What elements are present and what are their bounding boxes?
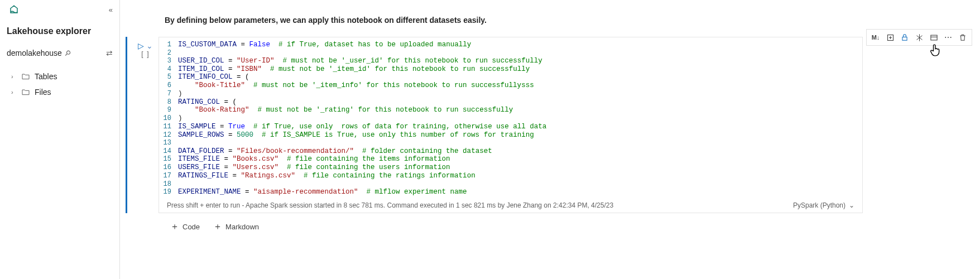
add-cell-row: ＋Code ＋Markdown [170,221,980,233]
tree-item-label: Tables [35,72,57,81]
run-dropdown-button[interactable]: ⌄ [146,41,153,50]
code-line[interactable]: 12SAMPLE_ROWS = 5000 # if IS_SAMPLE is T… [159,131,862,140]
lakehouse-selector[interactable]: demolakehouse ⚲ ⇄ [0,46,119,60]
code-line[interactable]: 6 "Book-Title" # must not be '_item_info… [159,81,862,90]
code-content[interactable]: "Book-Rating" # must not be '_rating' fo… [178,106,513,114]
code-line[interactable]: 5ITEM_INFO_COL = ( [159,73,862,81]
code-line[interactable]: 13 [159,139,862,147]
code-cell-wrap: ▷ ⌄ [ ] 1IS_CUSTOM_DATA = False # if Tru… [126,37,980,213]
line-number: 12 [159,131,178,140]
code-content[interactable]: ) [178,90,182,98]
chevron-down-icon: ⌄ [849,201,854,209]
line-number: 10 [159,114,178,123]
code-content[interactable]: DATA_FOLDER = "Files/book-recommendation… [178,147,492,156]
code-content[interactable]: EXPERIMENT_NAME = "aisample-recommendati… [178,188,467,196]
code-content[interactable]: ) [178,114,182,123]
line-number: 18 [159,180,178,188]
line-number: 7 [159,90,178,98]
cell-status-text: Press shift + enter to run - Apache Spar… [159,196,862,213]
code-line[interactable]: 14DATA_FOLDER = "Files/book-recommendati… [159,147,862,156]
code-content[interactable]: IS_SAMPLE = True # if True, use only row… [178,123,546,131]
convert-markdown-button[interactable]: M↓ [870,32,881,43]
line-number: 15 [159,155,178,163]
code-line[interactable]: 10) [159,114,862,123]
code-content[interactable]: IS_CUSTOM_DATA = False # if True, datase… [178,41,471,49]
code-line[interactable]: 15ITEMS_FILE = "Books.csv" # file contai… [159,155,862,163]
plus-icon: ＋ [213,221,222,233]
chevron-right-icon: › [11,73,17,80]
line-number: 1 [159,41,178,49]
execution-count: [ ] [141,50,148,58]
lakehouse-name-label: demolakehouse [7,49,62,57]
kernel-selector[interactable]: PySpark (Python) ⌄ [793,201,854,209]
folder-icon [21,88,30,97]
cell-toolbar: M↓ ⋯ [866,29,972,46]
code-content[interactable]: RATING_COL = ( [178,98,237,107]
code-line[interactable]: 7) [159,90,862,98]
code-content[interactable]: USERS_FILE = "Users.csv" # file containi… [178,163,450,172]
code-line[interactable]: 9 "Book-Rating" # must not be '_rating' … [159,106,862,114]
code-content[interactable]: ITEMS_FILE = "Books.csv" # file containi… [178,155,450,163]
notebook-main: By defining below parameters, we can app… [120,0,980,279]
line-number: 4 [159,65,178,74]
code-content[interactable]: SAMPLE_ROWS = 5000 # if IS_SAMPLE is Tru… [178,131,534,140]
delete-cell-button[interactable] [957,32,968,43]
svg-rect-2 [930,35,936,40]
svg-rect-1 [902,37,907,40]
code-line[interactable]: 11IS_SAMPLE = True # if True, use only r… [159,123,862,131]
line-number: 9 [159,106,178,114]
code-line[interactable]: 3USER_ID_COL = "User-ID" # must not be '… [159,57,862,65]
code-content[interactable]: RATINGS_FILE = "Ratings.csv" # file cont… [178,172,475,180]
tree-item-tables[interactable]: › Tables [0,69,119,84]
insert-snippet-button[interactable] [885,32,896,43]
add-code-cell-button[interactable]: ＋Code [170,221,200,233]
more-actions-button[interactable]: ⋯ [943,32,954,43]
hide-output-button[interactable] [928,32,939,43]
code-line[interactable]: 8RATING_COL = ( [159,98,862,107]
tree: › Tables › Files [0,69,119,100]
code-content[interactable]: "Book-Title" # must not be '_item_info' … [178,81,534,90]
code-content[interactable]: USER_ID_COL = "User-ID" # must not be '_… [178,57,542,65]
plus-icon: ＋ [170,221,179,233]
code-content[interactable]: ITEM_INFO_COL = ( [178,73,249,81]
code-line[interactable]: 2 [159,49,862,57]
code-line[interactable]: 16USERS_FILE = "Users.csv" # file contai… [159,163,862,172]
add-markdown-cell-button[interactable]: ＋Markdown [213,221,259,233]
cell-selection-bar [126,37,127,213]
code-line[interactable]: 18 [159,180,862,188]
markdown-cell-text: By defining below parameters, we can app… [165,16,980,25]
code-line[interactable]: 1IS_CUSTOM_DATA = False # if True, datas… [159,41,862,49]
code-line[interactable]: 4ITEM_ID_COL = "ISBN" # must not be '_it… [159,65,862,74]
line-number: 2 [159,49,178,57]
chevron-right-icon: › [11,89,17,95]
line-number: 11 [159,123,178,131]
folder-icon [21,72,30,81]
line-number: 17 [159,172,178,180]
code-editor[interactable]: 1IS_CUSTOM_DATA = False # if True, datas… [159,41,862,196]
explorer-title: Lakehouse explorer [7,26,119,36]
line-number: 8 [159,98,178,107]
tree-item-label: Files [35,88,51,97]
lakehouse-logo-icon [9,4,19,15]
line-number: 3 [159,57,178,65]
swap-lakehouse-icon[interactable]: ⇄ [106,49,113,57]
code-cell[interactable]: 1IS_CUSTOM_DATA = False # if True, datas… [158,37,863,213]
kernel-label: PySpark (Python) [793,201,846,209]
line-number: 6 [159,81,178,90]
code-line[interactable]: 17RATINGS_FILE = "Ratings.csv" # file co… [159,172,862,180]
pin-icon[interactable]: ⚲ [63,48,73,58]
tree-item-files[interactable]: › Files [0,84,119,100]
collapse-sidebar-icon[interactable]: « [109,6,113,14]
cell-gutter: ▷ ⌄ [ ] [132,37,158,60]
line-number: 14 [159,147,178,156]
freeze-cell-button[interactable] [914,32,925,43]
code-line[interactable]: 19EXPERIMENT_NAME = "aisample-recommenda… [159,188,862,196]
line-number: 19 [159,188,178,196]
sidebar: « Lakehouse explorer demolakehouse ⚲ ⇄ ›… [0,0,120,279]
run-cell-button[interactable]: ▷ [138,41,144,50]
lock-cell-button[interactable] [899,32,910,43]
line-number: 16 [159,163,178,172]
line-number: 13 [159,139,178,147]
line-number: 5 [159,73,178,81]
code-content[interactable]: ITEM_ID_COL = "ISBN" # must not be '_ite… [178,65,530,74]
